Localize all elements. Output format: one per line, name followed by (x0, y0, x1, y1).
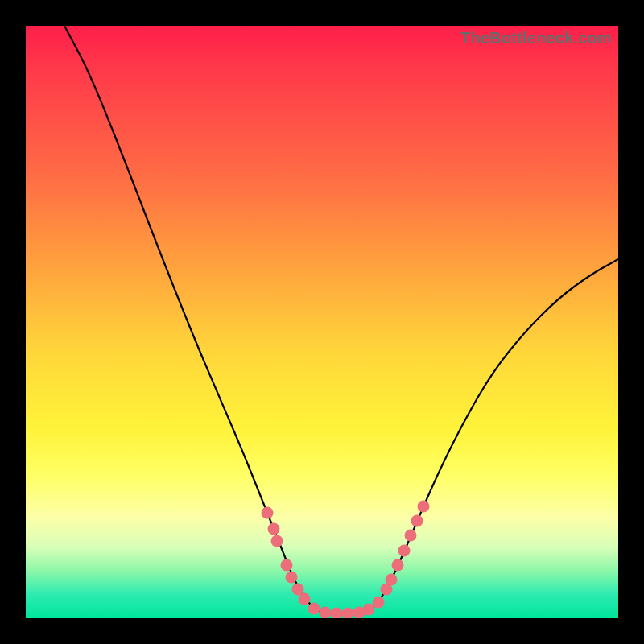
data-dot (299, 593, 311, 605)
data-dot (405, 530, 417, 542)
data-dot (363, 604, 375, 616)
data-dot (286, 572, 298, 584)
data-dot (320, 607, 332, 619)
bottleneck-curve (64, 26, 618, 614)
data-dot (262, 507, 274, 519)
data-dots (262, 501, 430, 619)
plot-area: TheBottleneck.com (26, 26, 618, 618)
data-dot (281, 559, 293, 572)
data-dot (386, 574, 398, 586)
chart-svg (26, 26, 618, 618)
data-dot (411, 515, 423, 527)
data-dot (308, 603, 320, 615)
data-dot (342, 608, 354, 619)
data-dot (373, 597, 385, 609)
data-dot (398, 545, 411, 557)
data-dot (418, 501, 430, 513)
data-dot (271, 535, 283, 547)
data-dot (268, 523, 280, 535)
chart-frame: TheBottleneck.com (0, 0, 644, 644)
data-dot (392, 559, 404, 572)
data-dot (331, 608, 343, 619)
